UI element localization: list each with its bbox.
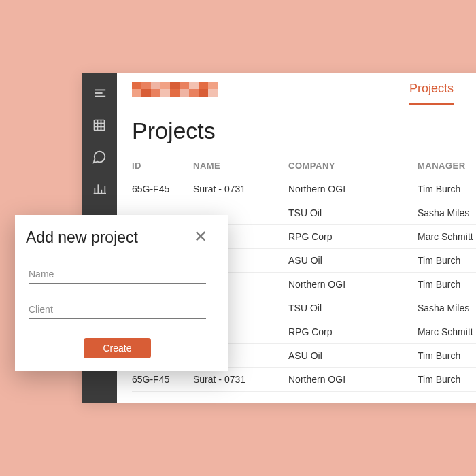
nav-tabs: Projects Libraries bbox=[409, 73, 476, 105]
table-row[interactable]: 65G-F45 Surat - 0731 Northern OGI Tim Bu… bbox=[132, 177, 476, 201]
cell-company: TSU Oil bbox=[288, 303, 418, 313]
cell-manager: Tim Burch bbox=[418, 350, 476, 361]
cell-manager: Tim Burch bbox=[418, 255, 476, 266]
cell-company: TSU Oil bbox=[288, 207, 418, 218]
cell-company: Northern OGI bbox=[288, 374, 418, 385]
cell-name: Surat - 0731 bbox=[193, 184, 288, 194]
brand-logo bbox=[132, 82, 218, 97]
cell-name: Surat - 0731 bbox=[193, 374, 288, 385]
cell-manager: Tim Burch bbox=[418, 374, 476, 385]
cell-company: ASU Oil bbox=[288, 350, 418, 361]
cell-id: 65G-F45 bbox=[132, 374, 193, 385]
client-field[interactable] bbox=[29, 299, 206, 319]
col-manager[interactable]: MANAGER bbox=[418, 160, 476, 171]
name-field[interactable] bbox=[29, 263, 206, 284]
page-title: Projects bbox=[117, 105, 476, 154]
topbar: Projects Libraries bbox=[117, 73, 476, 105]
chart-icon[interactable] bbox=[92, 182, 106, 196]
table-row[interactable]: 65G-F45 Surat - 0731 Northern OGI Tim Bu… bbox=[132, 368, 476, 392]
cell-manager: Marc Schmitt bbox=[418, 231, 476, 242]
svg-rect-3 bbox=[95, 120, 105, 131]
tab-projects[interactable]: Projects bbox=[409, 73, 454, 105]
cell-manager: Sasha Miles bbox=[418, 303, 476, 313]
col-name[interactable]: NAME bbox=[193, 160, 288, 171]
table-header: ID NAME COMPANY MANAGER bbox=[132, 154, 476, 177]
col-id[interactable]: ID bbox=[132, 160, 193, 171]
cell-company: Northern OGI bbox=[288, 279, 418, 290]
cell-company: RPG Corp bbox=[288, 231, 418, 242]
modal-header: Add new project ✕ bbox=[26, 228, 209, 247]
cell-manager: Sasha Miles bbox=[418, 207, 476, 218]
cell-id: 65G-F45 bbox=[132, 184, 193, 194]
modal-title: Add new project bbox=[26, 228, 138, 247]
cell-company: Northern OGI bbox=[288, 184, 418, 194]
cell-manager: Tim Burch bbox=[418, 279, 476, 290]
close-icon[interactable]: ✕ bbox=[192, 228, 209, 245]
menu-icon[interactable] bbox=[92, 86, 107, 101]
cell-manager: Marc Schmitt bbox=[418, 326, 476, 337]
create-button[interactable]: Create bbox=[84, 338, 150, 358]
cell-manager: Tim Burch bbox=[418, 184, 476, 194]
col-company[interactable]: COMPANY bbox=[288, 160, 418, 171]
add-project-modal: Add new project ✕ Create bbox=[15, 215, 228, 371]
grid-icon[interactable] bbox=[92, 118, 106, 132]
cell-company: RPG Corp bbox=[288, 326, 418, 337]
chat-icon[interactable] bbox=[92, 150, 107, 165]
cell-company: ASU Oil bbox=[288, 255, 418, 266]
